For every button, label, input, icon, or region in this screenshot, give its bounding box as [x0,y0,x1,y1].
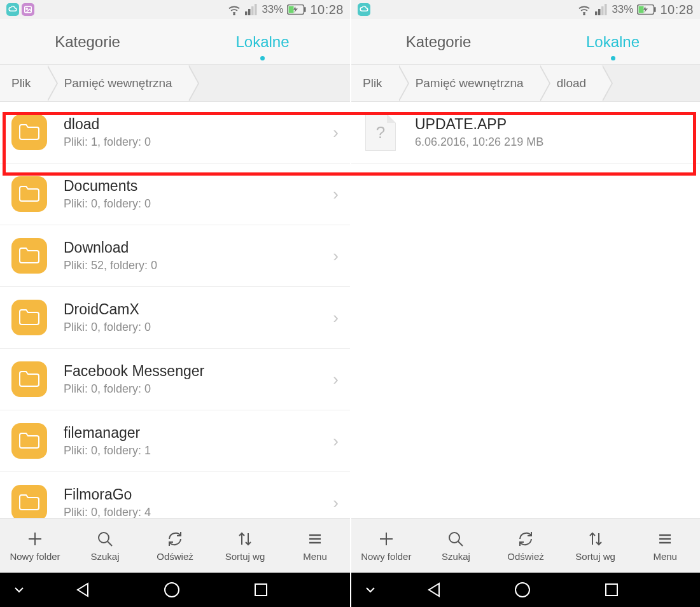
battery-percent: 33% [262,3,283,16]
notification-icon-cloud [6,3,19,16]
bottom-toolbar: Nowy folder Szukaj Odśwież Sortuj wg Men… [0,518,350,573]
sort-button[interactable]: Sortuj wg [210,519,280,573]
list-item[interactable]: Facebook MessengerPliki: 0, foldery: 0 › [0,349,350,410]
breadcrumb: Plik Pamięć wewnętrzna [0,65,350,102]
svg-line-33 [458,541,463,546]
breadcrumb-item[interactable]: Plik [0,65,46,101]
svg-rect-26 [605,4,607,15]
nav-expand-button[interactable] [0,573,38,607]
list-item[interactable]: DocumentsPliki: 0, foldery: 0 › [0,164,350,225]
search-button[interactable]: Szukaj [70,519,140,573]
tab-local[interactable]: Lokalne [175,19,350,64]
nav-home-button[interactable] [127,573,216,607]
android-navbar [351,573,700,607]
chevron-right-icon: › [333,246,339,266]
item-title: Documents [64,178,326,195]
svg-rect-3 [245,11,248,15]
battery-icon [287,4,306,15]
item-subtitle: Pliki: 0, foldery: 1 [64,444,326,457]
new-folder-button[interactable]: Nowy folder [351,519,421,573]
folder-icon [11,115,47,150]
chevron-right-icon: › [333,370,339,389]
list-item[interactable]: filemanagerPliki: 0, foldery: 1 › [0,410,350,472]
wifi-icon [227,4,241,15]
file-list: ? UPDATE.APP 6.06.2016, 10:26 219 MB [351,102,700,518]
breadcrumb-item[interactable]: Plik [351,65,398,101]
screen-right: 33% 10:28 Kategorie Lokalne Plik Pamięć … [350,0,700,607]
bottom-toolbar: Nowy folder Szukaj Odśwież Sortuj wg Men… [351,518,700,573]
status-bar: 33% 10:28 [0,0,350,19]
android-navbar [0,573,350,607]
svg-rect-6 [255,4,257,15]
item-subtitle: Pliki: 0, foldery: 0 [64,382,326,396]
folder-icon [11,238,47,274]
notification-icon-cloud [358,3,370,16]
list-item[interactable]: DroidCamXPliki: 0, foldery: 0 › [0,287,350,349]
svg-point-40 [515,583,529,597]
nav-expand-button[interactable] [351,573,389,607]
breadcrumb-item[interactable]: Pamięć wewnętrzna [398,65,539,101]
new-folder-button[interactable]: Nowy folder [0,519,70,573]
chevron-right-icon: › [333,308,339,328]
signal-icon [595,4,608,15]
tabs: Kategorie Lokalne [351,19,700,65]
svg-rect-41 [606,584,617,596]
item-title: dload [64,116,326,133]
battery-percent: 33% [612,3,633,16]
item-subtitle: Pliki: 0, foldery: 0 [64,197,326,211]
unknown-file-icon: ? [365,114,396,151]
nav-recent-button[interactable] [567,573,655,607]
breadcrumb: Plik Pamięć wewnętrzna dload [351,65,700,102]
svg-rect-9 [289,6,294,13]
svg-point-20 [165,583,179,597]
nav-home-button[interactable] [478,573,566,607]
search-button[interactable]: Szukaj [421,519,491,573]
tab-local[interactable]: Lokalne [526,19,700,64]
status-bar: 33% 10:28 [351,0,700,19]
menu-button[interactable]: Menu [630,519,700,573]
item-title: FilmoraGo [64,486,326,503]
svg-rect-28 [654,7,656,12]
nav-back-button[interactable] [389,573,478,607]
menu-button[interactable]: Menu [280,519,350,573]
svg-rect-8 [304,7,306,12]
list-item[interactable]: DownloadPliki: 52, foldery: 0 › [0,225,350,287]
tab-categories[interactable]: Kategorie [0,19,175,64]
svg-rect-29 [639,6,644,13]
item-title: DroidCamX [64,301,326,318]
list-item[interactable]: dloadPliki: 1, foldery: 0 › [0,102,350,164]
battery-icon [637,4,656,15]
refresh-button[interactable]: Odśwież [491,519,561,573]
breadcrumb-item[interactable]: Pamięć wewnętrzna [46,65,188,101]
folder-icon [11,485,47,518]
item-subtitle: 6.06.2016, 10:26 219 MB [415,136,689,149]
sort-button[interactable]: Sortuj wg [561,519,631,573]
svg-line-13 [108,541,112,546]
folder-icon [11,423,47,459]
folder-icon [11,300,47,335]
svg-rect-5 [251,6,254,15]
item-subtitle: Pliki: 52, foldery: 0 [64,259,326,272]
wifi-icon [577,4,591,15]
item-title: filemanager [64,424,326,442]
item-title: Facebook Messenger [64,363,326,380]
folder-icon [11,361,47,397]
item-title: UPDATE.APP [415,116,689,133]
item-title: Download [64,239,326,256]
svg-rect-24 [598,9,601,15]
list-item[interactable]: ? UPDATE.APP 6.06.2016, 10:26 219 MB [351,102,700,164]
svg-point-12 [99,533,109,543]
nav-back-button[interactable] [38,573,127,607]
item-subtitle: Pliki: 1, foldery: 0 [64,136,326,149]
clock: 10:28 [310,3,344,17]
chevron-right-icon: › [333,431,339,451]
svg-rect-21 [255,584,267,596]
nav-recent-button[interactable] [216,573,305,607]
notification-icon-image [22,3,34,16]
chevron-right-icon: › [333,185,339,204]
screen-left: 33% 10:28 Kategorie Lokalne Plik Pamięć … [0,0,350,607]
svg-rect-23 [595,11,598,15]
tab-categories[interactable]: Kategorie [351,19,526,64]
list-item[interactable]: FilmoraGoPliki: 0, foldery: 4 › [0,472,350,518]
refresh-button[interactable]: Odśwież [140,519,210,573]
